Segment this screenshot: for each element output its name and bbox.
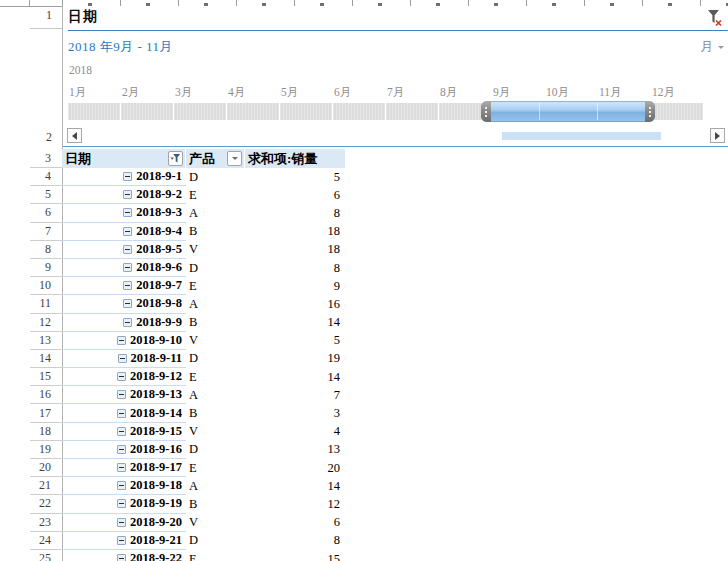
collapse-minus-icon[interactable]: [123, 190, 132, 199]
header-cell-value[interactable]: 求和项:销量: [245, 149, 345, 168]
row-number[interactable]: 13: [30, 332, 62, 350]
date-cell[interactable]: 2018-9-14: [62, 404, 186, 422]
row-number[interactable]: 24: [30, 532, 62, 550]
product-cell[interactable]: E: [186, 277, 245, 295]
product-cell[interactable]: E: [186, 368, 245, 386]
value-cell[interactable]: 14: [245, 314, 345, 332]
date-cell[interactable]: 2018-9-21: [62, 532, 186, 550]
collapse-minus-icon[interactable]: [123, 263, 132, 272]
row-number[interactable]: 12: [30, 314, 62, 332]
row-number[interactable]: 16: [30, 386, 62, 404]
product-cell[interactable]: B: [186, 495, 245, 513]
date-cell[interactable]: 2018-9-3: [62, 204, 186, 222]
value-cell[interactable]: 14: [245, 368, 345, 386]
date-cell[interactable]: 2018-9-9: [62, 314, 186, 332]
date-cell[interactable]: 2018-9-13: [62, 386, 186, 404]
time-level-dropdown[interactable]: 月: [701, 39, 725, 56]
product-cell[interactable]: E: [186, 550, 245, 561]
row-number[interactable]: 3: [30, 149, 62, 168]
product-cell[interactable]: V: [186, 332, 245, 350]
value-cell[interactable]: 8: [245, 259, 345, 277]
timeline-month-cell[interactable]: [121, 103, 173, 120]
date-cell[interactable]: 2018-9-5: [62, 241, 186, 259]
date-cell[interactable]: 2018-9-8: [62, 295, 186, 313]
collapse-minus-icon[interactable]: [117, 463, 126, 472]
row-number[interactable]: 18: [30, 423, 62, 441]
timeline-scroll-right-button[interactable]: [710, 128, 725, 143]
value-cell[interactable]: 15: [245, 550, 345, 561]
value-cell[interactable]: 8: [245, 532, 345, 550]
value-cell[interactable]: 9: [245, 277, 345, 295]
row-number[interactable]: 14: [30, 350, 62, 368]
product-dropdown-button[interactable]: [227, 151, 242, 166]
product-cell[interactable]: D: [186, 441, 245, 459]
value-cell[interactable]: 14: [245, 477, 345, 495]
collapse-minus-icon[interactable]: [117, 427, 126, 436]
date-cell[interactable]: 2018-9-19: [62, 495, 186, 513]
product-cell[interactable]: B: [186, 223, 245, 241]
timeline-month-cell[interactable]: [227, 103, 279, 120]
product-cell[interactable]: D: [186, 350, 245, 368]
date-cell[interactable]: 2018-9-15: [62, 423, 186, 441]
row-number[interactable]: 21: [30, 477, 62, 495]
row-number[interactable]: 20: [30, 459, 62, 477]
product-cell[interactable]: B: [186, 404, 245, 422]
row-number[interactable]: 19: [30, 441, 62, 459]
timeline-month-cell[interactable]: [651, 103, 703, 120]
collapse-minus-icon[interactable]: [123, 208, 132, 217]
date-cell[interactable]: 2018-9-17: [62, 459, 186, 477]
collapse-minus-icon[interactable]: [117, 372, 126, 381]
date-cell[interactable]: 2018-9-11: [62, 350, 186, 368]
row-number[interactable]: 2: [26, 130, 52, 144]
value-cell[interactable]: 5: [245, 332, 345, 350]
row-number[interactable]: 8: [30, 241, 62, 259]
date-cell[interactable]: 2018-9-18: [62, 477, 186, 495]
product-cell[interactable]: V: [186, 241, 245, 259]
row-number[interactable]: 1: [26, 8, 52, 22]
row-number[interactable]: 17: [30, 404, 62, 422]
value-cell[interactable]: 18: [245, 223, 345, 241]
timeline-month-cell[interactable]: [333, 103, 385, 120]
date-cell[interactable]: 2018-9-2: [62, 186, 186, 204]
product-cell[interactable]: V: [186, 423, 245, 441]
product-cell[interactable]: E: [186, 186, 245, 204]
collapse-minus-icon[interactable]: [117, 445, 126, 454]
pill-left-handle[interactable]: [481, 101, 491, 122]
row-number[interactable]: 22: [30, 495, 62, 513]
timeline-month-cell[interactable]: [68, 103, 120, 120]
collapse-minus-icon[interactable]: [117, 536, 126, 545]
date-cell[interactable]: 2018-9-12: [62, 368, 186, 386]
product-cell[interactable]: A: [186, 295, 245, 313]
collapse-minus-icon[interactable]: [123, 227, 132, 236]
date-cell[interactable]: 2018-9-4: [62, 223, 186, 241]
timeline-scroll-left-button[interactable]: [67, 128, 82, 143]
date-filter-button[interactable]: [168, 151, 183, 166]
collapse-minus-icon[interactable]: [117, 518, 126, 527]
collapse-minus-icon[interactable]: [123, 245, 132, 254]
row-number[interactable]: 6: [30, 204, 62, 222]
date-cell[interactable]: 2018-9-7: [62, 277, 186, 295]
value-cell[interactable]: 7: [245, 386, 345, 404]
row-number[interactable]: 5: [30, 186, 62, 204]
row-number[interactable]: 25: [30, 550, 62, 561]
value-cell[interactable]: 20: [245, 459, 345, 477]
timeline-month-cell[interactable]: [386, 103, 438, 120]
clear-filter-button[interactable]: [704, 8, 724, 28]
product-cell[interactable]: E: [186, 459, 245, 477]
pill-right-handle[interactable]: [645, 101, 655, 122]
row-number[interactable]: 9: [30, 259, 62, 277]
value-cell[interactable]: 6: [245, 186, 345, 204]
date-cell[interactable]: 2018-9-22: [62, 550, 186, 561]
value-cell[interactable]: 6: [245, 514, 345, 532]
row-number[interactable]: 10: [30, 277, 62, 295]
header-cell-product[interactable]: 产品: [186, 149, 245, 168]
value-cell[interactable]: 19: [245, 350, 345, 368]
header-cell-date[interactable]: 日期: [62, 149, 186, 168]
collapse-minus-icon[interactable]: [123, 281, 132, 290]
timeline-scrollbar-thumb[interactable]: [502, 132, 661, 140]
row-number[interactable]: 4: [30, 168, 62, 186]
timeline-month-cell[interactable]: [280, 103, 332, 120]
row-number[interactable]: 23: [30, 514, 62, 532]
collapse-minus-icon[interactable]: [118, 354, 127, 363]
value-cell[interactable]: 18: [245, 241, 345, 259]
